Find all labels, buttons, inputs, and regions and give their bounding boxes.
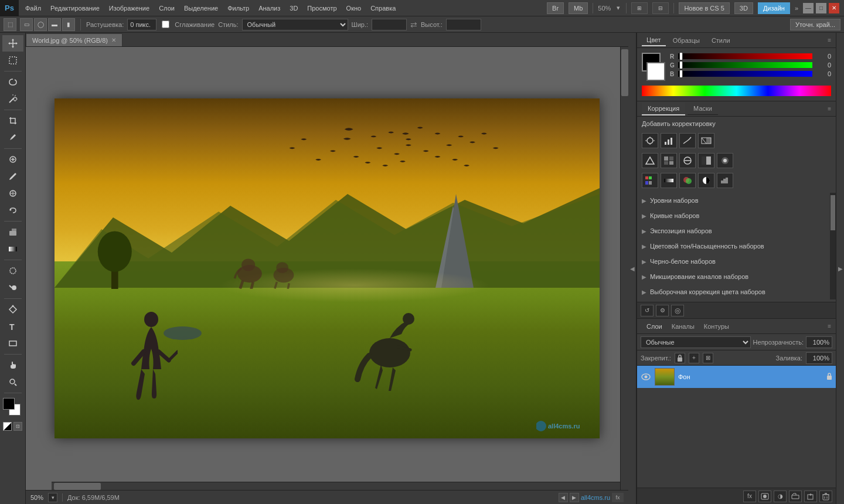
menu-select[interactable]: Выделение <box>180 2 222 14</box>
document-tab[interactable]: World.jpg @ 50% (RGB/8) ✕ <box>26 33 122 46</box>
correction-tab[interactable]: Коррекция <box>642 103 685 115</box>
menu-window[interactable]: Окно <box>342 2 366 14</box>
arrange-button[interactable]: ⊞ <box>631 2 648 14</box>
menu-view[interactable]: Просмотр <box>303 2 341 14</box>
blue-thumb[interactable] <box>679 70 683 78</box>
blur-tool[interactable] <box>2 263 23 279</box>
canvas-hscroll-thumb[interactable] <box>54 483 101 490</box>
height-input[interactable] <box>446 19 481 30</box>
curves-adj-icon[interactable] <box>679 133 696 148</box>
fill-input[interactable] <box>806 352 832 364</box>
width-input[interactable] <box>372 19 407 30</box>
posterize-adj-icon[interactable] <box>717 173 733 188</box>
lock-move-icon[interactable]: + <box>689 353 699 363</box>
maximize-button[interactable]: □ <box>816 3 826 13</box>
swap-dimensions-icon[interactable]: ⇄ <box>410 20 417 29</box>
vibrance-adj-icon[interactable] <box>642 153 658 168</box>
adj-item-selective[interactable]: ▶ Выборочная коррекция цвета наборов <box>637 284 836 299</box>
layer-visibility-toggle[interactable] <box>641 372 651 382</box>
lock-pixels-icon[interactable] <box>675 353 685 363</box>
adj-item-exposure[interactable]: ▶ Экспозиция наборов <box>637 223 836 239</box>
new-adjustment-icon[interactable]: ◑ <box>774 491 787 502</box>
masks-tab[interactable]: Маски <box>688 103 718 115</box>
marquee-icon[interactable]: ⬚ <box>4 18 16 31</box>
dodge-tool[interactable] <box>2 280 23 296</box>
adj-item-levels[interactable]: ▶ Уровни наборов <box>637 193 836 208</box>
new-layer-icon[interactable] <box>804 491 817 502</box>
green-slider[interactable] <box>678 62 812 68</box>
zoom-tool[interactable] <box>2 374 23 390</box>
expand-panels-button[interactable]: ▶ <box>836 33 844 504</box>
collapse-right-panels-button[interactable]: ◀ <box>628 33 637 504</box>
menu-image[interactable]: Изображение <box>105 2 154 14</box>
blue-slider[interactable] <box>678 71 812 77</box>
lock-all-icon[interactable]: ⊠ <box>703 353 713 363</box>
workspace-button[interactable]: ⊟ <box>652 2 669 14</box>
delete-layer-icon[interactable] <box>819 491 832 502</box>
magic-wand-tool[interactable] <box>2 91 23 107</box>
context-button[interactable]: fx <box>612 493 624 502</box>
opacity-input[interactable] <box>806 336 832 348</box>
extend-button[interactable]: » <box>795 5 798 12</box>
mini-bridge-button[interactable]: Mb <box>569 2 588 14</box>
color-spectrum[interactable] <box>642 86 831 96</box>
zoom-level[interactable]: 50% <box>598 5 611 12</box>
reset-icon[interactable]: ↺ <box>641 305 654 316</box>
history-brush-tool[interactable] <box>2 202 23 219</box>
settings-icon[interactable]: ⚙ <box>656 305 669 316</box>
levels-adj-icon[interactable] <box>661 133 677 148</box>
green-thumb[interactable] <box>679 61 683 69</box>
exposure-adj-icon[interactable] <box>698 133 714 148</box>
circle-icon[interactable]: ◎ <box>671 305 684 316</box>
selective-color-adj-icon[interactable] <box>679 173 696 188</box>
zoom-menu-button[interactable]: ▾ <box>48 493 57 502</box>
col-marquee-icon[interactable]: ▮ <box>62 18 75 31</box>
nav-left-button[interactable]: ◀ <box>559 493 568 502</box>
menu-file[interactable]: Файл <box>21 2 45 14</box>
adj-item-hsl[interactable]: ▶ Цветовой тон/Насыщенность наборов <box>637 239 836 254</box>
menu-3d[interactable]: 3D <box>285 2 302 14</box>
gradient-tool[interactable] <box>2 241 23 257</box>
clone-tool[interactable] <box>2 185 23 202</box>
text-tool[interactable]: T <box>2 318 23 335</box>
canvas-container[interactable]: all4cms.ru <box>26 47 628 490</box>
menu-help[interactable]: Справка <box>366 2 400 14</box>
invert-adj-icon[interactable] <box>698 173 714 188</box>
adj-item-bw[interactable]: ▶ Черно-белое наборов <box>637 254 836 269</box>
photo-filter-adj-icon[interactable] <box>717 153 733 168</box>
swatches-tab[interactable]: Образцы <box>668 35 705 46</box>
colbal-adj-icon[interactable] <box>679 153 696 168</box>
eyedropper-tool[interactable] <box>2 130 23 146</box>
minimize-button[interactable]: — <box>803 3 814 13</box>
color-panel-collapse[interactable]: ≡ <box>828 37 831 43</box>
adj-item-channelmix[interactable]: ▶ Микширование каналов наборов <box>637 269 836 284</box>
bw-adj-icon[interactable] <box>698 153 714 168</box>
adj-list-scrollbar[interactable] <box>830 193 836 299</box>
nav-right-button[interactable]: ▶ <box>570 493 579 502</box>
menu-edit[interactable]: Редактирование <box>46 2 104 14</box>
antialiasing-checkbox[interactable] <box>162 21 169 28</box>
layers-panel-collapse[interactable]: ≡ <box>828 323 831 329</box>
style-dropdown[interactable]: Обычный Фиксированное соотношение Фиксир… <box>242 19 348 30</box>
new-cs5-button[interactable]: Новое в CS 5 <box>679 2 729 14</box>
rect-marquee-icon[interactable]: ▭ <box>20 18 33 31</box>
color-tab[interactable]: Цвет <box>642 35 666 46</box>
crop-tool[interactable] <box>2 113 23 129</box>
correction-panel-collapse[interactable]: ≡ <box>828 105 831 112</box>
blend-mode-select[interactable]: Обычные Растворение Умножение Экран <box>641 336 751 348</box>
canvas-vscroll[interactable] <box>620 47 628 490</box>
red-slider[interactable] <box>678 53 812 59</box>
canvas-hscroll[interactable] <box>52 482 620 490</box>
refine-edge-button[interactable]: Уточн. край... <box>790 19 840 30</box>
quick-mask-icon[interactable] <box>3 422 12 431</box>
canvas-vscroll-thumb[interactable] <box>621 49 628 96</box>
layer-row[interactable]: Фон <box>637 366 836 388</box>
menu-analyze[interactable]: Анализ <box>254 2 284 14</box>
close-button[interactable]: ✕ <box>829 3 839 13</box>
lasso-tool[interactable] <box>2 74 23 90</box>
channelmix-adj-icon[interactable] <box>642 173 658 188</box>
foreground-color-swatch[interactable] <box>3 398 15 410</box>
pen-tool[interactable] <box>2 301 23 318</box>
eraser-tool[interactable] <box>2 224 23 240</box>
hsl-adj-icon[interactable] <box>661 153 677 168</box>
